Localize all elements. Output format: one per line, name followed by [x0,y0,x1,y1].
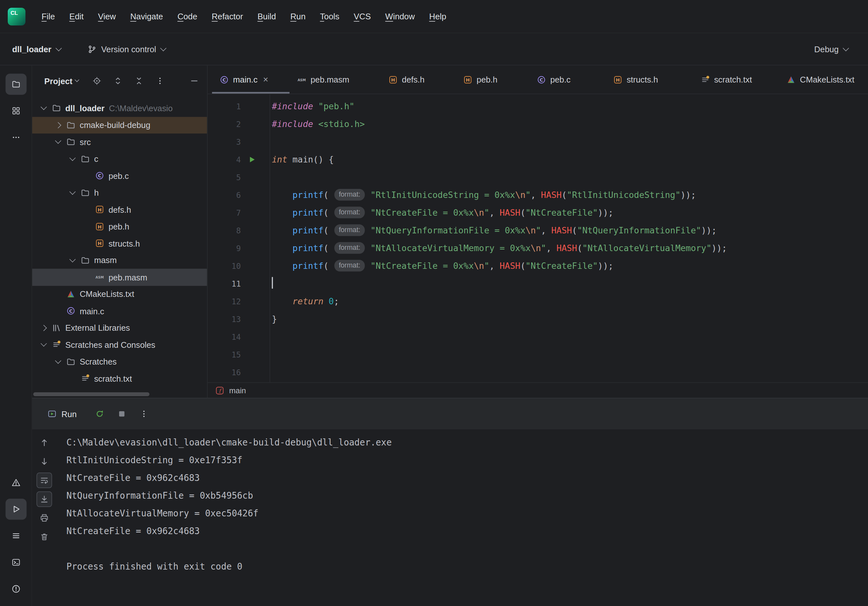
chevron-right-icon[interactable] [40,325,47,331]
code-line-12[interactable]: return 0; [272,293,868,311]
project-selector[interactable]: dll_loader [7,41,67,57]
line-number-15[interactable]: 15 [208,346,270,364]
project-folder-icon[interactable] [5,74,26,95]
tree-item-external-libraries[interactable]: External Libraries [32,319,207,336]
line-number-7[interactable]: 7 [208,204,270,222]
hide-icon[interactable] [188,75,200,87]
project-panel-title[interactable]: Project [45,76,73,85]
line-number-13[interactable]: 13 [208,311,270,328]
line-number-6[interactable]: 6 [208,186,270,204]
structure-icon[interactable] [5,100,26,121]
code-line-4[interactable]: int main() { [272,151,868,169]
menu-item-vcs[interactable]: VCS [347,8,378,25]
menu-item-navigate[interactable]: Navigate [123,8,170,25]
expand-all-icon[interactable] [112,75,124,87]
code-line-10[interactable]: printf( format: "NtCreateFile = 0x%x\n",… [272,257,868,275]
tree-item-cmake-build-debug[interactable]: cmake-build-debug [32,117,207,134]
line-number-9[interactable]: 9 [208,239,270,257]
project-tree-scrollbar[interactable] [33,392,149,396]
menu-item-help[interactable]: Help [422,8,454,25]
tab-peb-c[interactable]: Cpeb.c [529,65,606,94]
tab-main-c[interactable]: Cmain.c× [212,65,290,94]
line-number-12[interactable]: 12 [208,293,270,311]
problems-icon[interactable] [5,472,26,493]
tree-item-peb-c[interactable]: Cpeb.c [32,167,207,184]
code-line-16[interactable] [272,364,868,381]
code-line-2[interactable]: #include <stdio.h> [272,115,868,133]
tab-structs-h[interactable]: Hstructs.h [606,65,693,94]
menu-item-run[interactable]: Run [283,8,313,25]
breadcrumb-item[interactable]: main [229,386,246,395]
terminal-icon[interactable] [5,552,26,573]
chevron-down-icon[interactable] [69,188,75,195]
tree-item-structs-h[interactable]: Hstructs.h [32,235,207,252]
code-line-5[interactable] [272,169,868,186]
code-line-13[interactable]: } [272,311,868,328]
notifications-icon[interactable] [5,578,26,599]
code-line-15[interactable] [272,346,868,364]
more-vertical-icon[interactable] [154,75,166,87]
tree-item-peb-masm[interactable]: ASMpeb.masm [32,269,207,286]
clear-icon[interactable] [36,529,52,544]
run-config-selector[interactable]: Debug [809,41,854,57]
chevron-down-icon[interactable] [40,340,47,347]
tree-item-h[interactable]: h [32,184,207,201]
todo-lines-icon[interactable] [5,525,26,546]
menu-item-view[interactable]: View [91,8,123,25]
soft-wrap-icon[interactable] [36,472,52,488]
chevron-down-icon[interactable] [40,104,47,110]
tree-item-masm[interactable]: masm [32,252,207,269]
locate-icon[interactable] [91,75,103,87]
line-number-4[interactable]: 4 [208,151,270,169]
scroll-up-icon[interactable] [36,435,52,450]
collapse-all-icon[interactable] [133,75,145,87]
code-line-7[interactable]: printf( format: "NtCreateFile = 0x%x\n",… [272,204,868,222]
tree-item-src[interactable]: src [32,134,207,150]
line-number-8[interactable]: 8 [208,222,270,239]
app-logo-icon[interactable]: CL [8,8,25,25]
code-line-6[interactable]: printf( format: "RtlInitUnicodeString = … [272,186,868,204]
line-number-16[interactable]: 16 [208,364,270,381]
menu-item-build[interactable]: Build [250,8,283,25]
tree-item-main-c[interactable]: Cmain.c [32,302,207,319]
chevron-down-icon[interactable] [55,138,61,144]
chevron-right-icon[interactable] [55,122,61,128]
tab-scratch-txt[interactable]: scratch.txt [693,65,779,94]
tree-item-scratches-and-consoles[interactable]: Scratches and Consoles [32,336,207,353]
code-line-11[interactable] [272,275,868,293]
menu-item-window[interactable]: Window [378,8,422,25]
tree-item-dll-loader[interactable]: dll_loaderC:\Maldev\evasio [32,99,207,117]
scroll-down-icon[interactable] [36,454,52,469]
rerun-icon[interactable] [91,406,108,422]
code-line-8[interactable]: printf( format: "NtQueryInformationFile … [272,222,868,239]
run-tab[interactable]: Run [43,406,81,422]
chevron-down-icon[interactable] [69,155,75,161]
tree-item-scratch-txt[interactable]: scratch.txt [32,370,207,387]
run-line-icon[interactable] [247,155,256,164]
menu-item-file[interactable]: File [34,8,62,25]
code-line-14[interactable] [272,328,868,346]
code-line-3[interactable] [272,133,868,151]
menu-item-edit[interactable]: Edit [62,8,91,25]
menu-item-tools[interactable]: Tools [313,8,347,25]
tree-item-scratches[interactable]: Scratches [32,353,207,370]
print-icon[interactable] [36,510,52,526]
run-outline-icon[interactable] [5,499,26,520]
tab-peb-h[interactable]: Hpeb.h [456,65,530,94]
line-number-10[interactable]: 10 [208,257,270,275]
code-line-1[interactable]: #include "peb.h" [272,98,868,115]
tab-peb-masm[interactable]: ASMpeb.masm [290,65,381,94]
tree-item-defs-h[interactable]: Hdefs.h [32,201,207,218]
line-number-2[interactable]: 2 [208,115,270,133]
vcs-widget[interactable]: Version control [82,41,171,57]
menu-item-code[interactable]: Code [170,8,205,25]
tree-item-cmakelists-txt[interactable]: CMakeLists.txt [32,286,207,302]
line-number-11[interactable]: 11 [208,275,270,293]
chevron-down-icon[interactable] [69,256,75,262]
menu-item-refactor[interactable]: Refactor [205,8,250,25]
tree-item-c[interactable]: c [32,151,207,167]
line-number-5[interactable]: 5 [208,169,270,186]
code-line-9[interactable]: printf( format: "NtAllocateVirtualMemory… [272,239,868,257]
line-number-1[interactable]: 1 [208,98,270,115]
tab-defs-h[interactable]: Hdefs.h [381,65,456,94]
